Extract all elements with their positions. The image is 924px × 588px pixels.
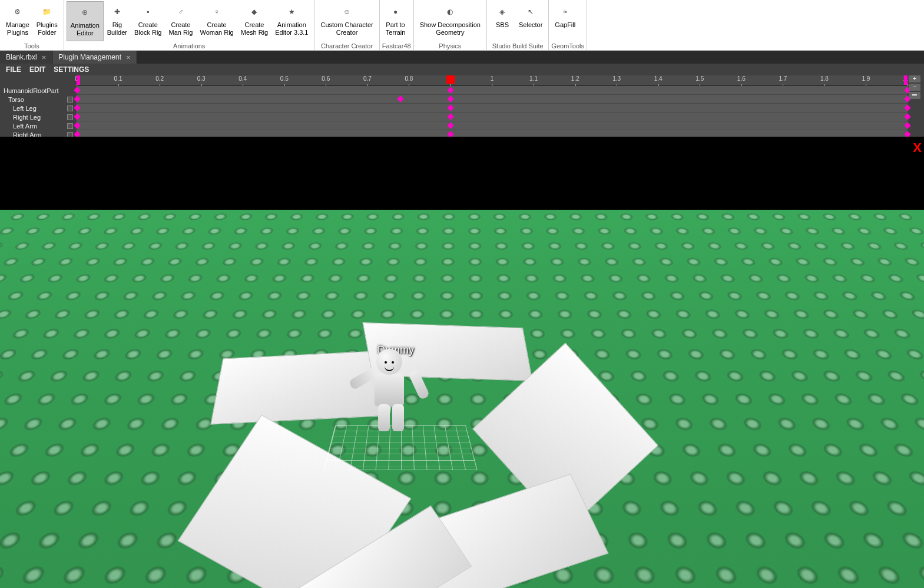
block-rig-icon: ▪ xyxy=(140,4,156,20)
ribbon-button-label: Create Block Rig xyxy=(134,21,161,37)
rig-icon: ✚ xyxy=(109,4,125,20)
mesh-rig-icon: ◆ xyxy=(246,4,263,20)
ribbon-button-label: Create Man Rig xyxy=(168,21,193,37)
ribbon-button-manage-plugins[interactable]: ⚙Manage Plugins xyxy=(2,1,33,41)
timeline-drag-handle[interactable]: ═ xyxy=(909,92,920,99)
folder-icon: 📁 xyxy=(39,4,55,20)
ruler-tick: 0.8 xyxy=(405,75,413,82)
timeline-ruler[interactable]: 00.10.20.30.40.50.60.70.80.911.11.21.31.… xyxy=(77,75,908,86)
ribbon-button-label: SBS xyxy=(496,21,509,29)
ribbon-button-label: GapFill xyxy=(555,21,575,29)
track-row[interactable]: Torso xyxy=(0,95,77,104)
animation-grid xyxy=(323,425,477,470)
ruler-tick: 1.9 xyxy=(862,75,870,82)
dummy-character[interactable] xyxy=(375,349,404,407)
ribbon-group-label: Physics xyxy=(416,41,484,50)
track-visibility-checkbox[interactable] xyxy=(67,123,73,129)
ribbon-button-part-to-terrain[interactable]: ●Part to Terrain xyxy=(382,1,409,41)
ruler-tick: 0.1 xyxy=(114,75,122,82)
ribbon-button-custom-character-creator[interactable]: ☺Custom Character Creator xyxy=(317,1,376,41)
ribbon-button-animation-editor[interactable]: ⊕Animation Editor xyxy=(67,1,104,41)
track-row[interactable]: Right Leg xyxy=(0,113,77,121)
ribbon-group-studio-build-suite: ◈SBS↖SelectorStudio Build Suite xyxy=(487,0,549,50)
creator-icon: ☺ xyxy=(339,4,355,20)
tab-label: Plugin Management xyxy=(58,53,121,61)
ruler-tick: 1 xyxy=(491,75,494,82)
ribbon-group-label: GeomTools xyxy=(551,41,584,50)
track-visibility-checkbox[interactable] xyxy=(67,114,73,120)
ribbon-button-sbs[interactable]: ◈SBS xyxy=(489,1,515,41)
anim-menu-edit[interactable]: EDIT xyxy=(29,65,45,74)
document-tabs: Blank.rbxl×Plugin Management× xyxy=(0,51,924,64)
character-torso xyxy=(375,374,404,407)
character-left-leg xyxy=(378,404,390,431)
keyframe-lane[interactable] xyxy=(77,95,908,104)
document-tab[interactable]: Blank.rbxl× xyxy=(0,51,52,64)
track-visibility-checkbox[interactable] xyxy=(67,105,73,111)
anim-menu-file[interactable]: FILE xyxy=(6,65,21,74)
ruler-tick: 1.3 xyxy=(612,75,621,82)
ribbon-button-label: Rig Builder xyxy=(107,21,127,37)
ribbon-button-plugins-folder[interactable]: 📁Plugins Folder xyxy=(33,1,61,41)
ruler-tick: 0.7 xyxy=(363,75,372,82)
ribbon-button-create-mesh-rig[interactable]: ◆Create Mesh Rig xyxy=(237,1,271,41)
ribbon-button-show-decomposition-geometry[interactable]: ◐Show Decomposition Geometry xyxy=(416,1,484,41)
ribbon-button-label: Create Mesh Rig xyxy=(241,21,268,37)
ribbon-button-label: Selector xyxy=(519,21,542,29)
document-tab[interactable]: Plugin Management× xyxy=(52,51,137,64)
close-animation-editor-button[interactable]: X xyxy=(913,140,922,156)
ruler-tick: 0.3 xyxy=(197,75,206,82)
ribbon-button-label: Create Woman Rig xyxy=(200,21,233,37)
ruler-tick: 1.8 xyxy=(820,75,829,82)
ribbon-group-label: Tools xyxy=(2,41,61,50)
gapfill-icon: ≈ xyxy=(557,4,574,20)
anim331-icon: ★ xyxy=(283,4,300,20)
keyframe-lane[interactable] xyxy=(77,113,908,121)
ribbon-group-tools: ⚙Manage Plugins📁Plugins FolderTools xyxy=(0,0,64,50)
keyframe-lane[interactable] xyxy=(77,121,908,130)
ribbon-group-label: Animations xyxy=(67,41,312,50)
anim-menu-settings[interactable]: SETTINGS xyxy=(54,65,89,74)
ribbon-group-character-creator: ☺Custom Character CreatorCharacter Creat… xyxy=(314,0,379,50)
track-row[interactable]: Left Leg xyxy=(0,104,77,113)
ribbon-button-create-woman-rig[interactable]: ♀Create Woman Rig xyxy=(196,1,237,41)
animation-icon: ⊕ xyxy=(77,4,93,21)
range-start-handle[interactable] xyxy=(77,75,80,85)
3d-viewport[interactable]: Dummy xyxy=(0,137,924,588)
zoom-out-button[interactable]: − xyxy=(909,84,920,91)
ribbon-button-create-block-rig[interactable]: ▪Create Block Rig xyxy=(131,1,165,41)
track-row[interactable]: HumanoidRootPart xyxy=(0,86,77,95)
playhead[interactable] xyxy=(446,75,455,84)
zoom-in-button[interactable]: + xyxy=(909,75,920,82)
ribbon-button-animation-editor-3.3.1[interactable]: ★Animation Editor 3.3.1 xyxy=(271,1,312,41)
track-row[interactable]: Left Arm xyxy=(0,121,77,130)
range-end-handle[interactable] xyxy=(904,75,908,85)
ribbon-group-label: Fastcar48 xyxy=(382,41,411,50)
ribbon-group-fastcar48: ●Part to TerrainFastcar48 xyxy=(380,0,414,50)
ribbon-button-label: Animation Editor xyxy=(71,22,100,37)
gear-icon: ⚙ xyxy=(9,4,26,20)
track-visibility-checkbox[interactable] xyxy=(67,97,73,103)
ribbon-group-geomtools: ≈GapFillGeomTools xyxy=(549,0,587,50)
keyframe-lane[interactable] xyxy=(77,104,908,113)
ribbon-button-create-man-rig[interactable]: ♂Create Man Rig xyxy=(165,1,196,41)
ribbon-toolbar: ⚙Manage Plugins📁Plugins FolderTools⊕Anim… xyxy=(0,0,924,51)
ruler-tick: 0.5 xyxy=(280,75,289,82)
ribbon-button-gapfill[interactable]: ≈GapFill xyxy=(551,1,579,41)
ribbon-button-selector[interactable]: ↖Selector xyxy=(515,1,546,41)
close-tab-icon[interactable]: × xyxy=(42,53,47,62)
ruler-tick: 0.6 xyxy=(322,75,330,82)
ruler-tick: 1.1 xyxy=(529,75,538,82)
track-name-label: Left Arm xyxy=(13,123,37,130)
ribbon-button-label: Plugins Folder xyxy=(37,21,58,37)
keyframe-lane[interactable] xyxy=(77,86,908,95)
ruler-tick: 1.7 xyxy=(779,75,787,82)
track-name-label: Right Leg xyxy=(13,114,41,121)
close-tab-icon[interactable]: × xyxy=(126,53,131,62)
character-head xyxy=(376,349,402,375)
ruler-tick: 1.2 xyxy=(571,75,579,82)
ribbon-button-rig-builder[interactable]: ✚Rig Builder xyxy=(104,1,131,41)
anim-editor-menu: FILEEDITSETTINGS xyxy=(0,64,924,75)
ribbon-button-label: Animation Editor 3.3.1 xyxy=(275,21,308,37)
man-rig-icon: ♂ xyxy=(173,4,189,20)
